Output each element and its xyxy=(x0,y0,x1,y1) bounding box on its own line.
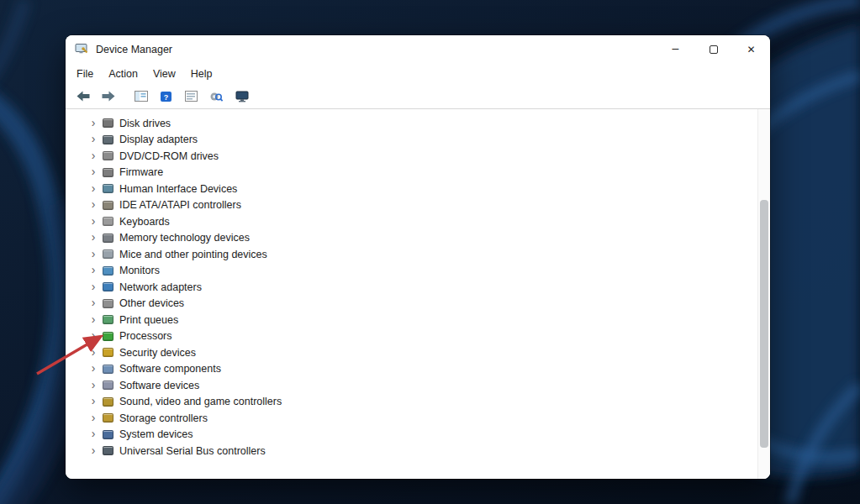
tree-item-label: Human Interface Devices xyxy=(119,183,237,195)
scan-hardware-icon xyxy=(209,91,224,102)
titlebar[interactable]: Device Manager – ✕ xyxy=(66,35,770,63)
chevron-right-icon[interactable]: › xyxy=(87,412,99,423)
properties-button[interactable] xyxy=(181,87,202,107)
chevron-right-icon[interactable]: › xyxy=(87,117,99,129)
chevron-right-icon[interactable]: › xyxy=(87,182,99,194)
chevron-right-icon[interactable]: › xyxy=(87,346,99,358)
tree-item-label: Other devices xyxy=(119,297,184,309)
minimize-icon: – xyxy=(673,41,679,55)
tree-item[interactable]: › Security devices xyxy=(66,344,770,361)
tree-item[interactable]: › IDE ATA/ATAPI controllers xyxy=(66,197,770,214)
tree-item-label: Software devices xyxy=(119,380,199,391)
chevron-right-icon[interactable]: › xyxy=(87,198,99,210)
tree-item-label: Software components xyxy=(119,363,221,375)
console-tree-icon xyxy=(135,91,148,102)
tree-item[interactable]: › Universal Serial Bus controllers xyxy=(66,443,770,459)
chevron-right-icon[interactable]: › xyxy=(87,428,99,439)
back-arrow-icon xyxy=(77,91,90,102)
tree-item[interactable]: › System devices xyxy=(66,427,770,444)
processor-icon xyxy=(103,332,113,341)
chevron-right-icon[interactable]: › xyxy=(87,329,99,341)
memory-icon xyxy=(103,234,113,243)
tree-item[interactable]: › Sound, video and game controllers xyxy=(66,394,770,411)
tree-item-label: Keyboards xyxy=(119,216,170,228)
chevron-right-icon[interactable]: › xyxy=(87,297,99,308)
help-button[interactable]: ? xyxy=(156,87,177,107)
chevron-right-icon[interactable]: › xyxy=(87,231,99,243)
back-button[interactable] xyxy=(72,87,93,107)
tree-item[interactable]: › Software components xyxy=(66,361,770,378)
show-console-tree-button[interactable] xyxy=(130,87,151,107)
tree-item[interactable]: › Firmware xyxy=(66,165,770,181)
forward-arrow-icon xyxy=(102,91,115,102)
chevron-right-icon[interactable]: › xyxy=(87,133,99,144)
tree-item[interactable]: › Mice and other pointing devices xyxy=(66,246,770,263)
tree-item-label: Security devices xyxy=(119,347,196,359)
chevron-right-icon[interactable]: › xyxy=(87,248,99,260)
tree-item[interactable]: › Print queues xyxy=(66,312,770,328)
tree-item-label: Disk drives xyxy=(119,118,171,129)
chevron-right-icon[interactable]: › xyxy=(87,362,99,374)
display-adapter-icon xyxy=(103,135,113,144)
maximize-button[interactable] xyxy=(694,35,732,63)
chevron-right-icon[interactable]: › xyxy=(87,281,99,292)
window-title: Device Manager xyxy=(96,44,172,55)
sound-controller-icon xyxy=(103,397,113,407)
tree-item-label: Network adapters xyxy=(119,281,202,293)
device-manager-icon xyxy=(75,43,89,56)
mouse-icon xyxy=(103,249,113,259)
scrollbar-thumb[interactable] xyxy=(760,200,768,448)
security-device-icon xyxy=(103,348,113,357)
svg-text:?: ? xyxy=(164,92,169,101)
tree-item[interactable]: › Keyboards xyxy=(66,213,770,230)
tree-item-label: Firmware xyxy=(119,166,163,178)
chevron-right-icon[interactable]: › xyxy=(87,395,99,407)
tree-item[interactable]: › DVD/CD-ROM drives xyxy=(66,148,770,165)
menu-file[interactable]: File xyxy=(69,66,101,82)
chevron-right-icon[interactable]: › xyxy=(87,150,99,161)
tree-item[interactable]: › Monitors xyxy=(66,263,770,280)
properties-icon xyxy=(185,91,198,102)
tree-item[interactable]: › Disk drives xyxy=(66,115,770,132)
chevron-right-icon[interactable]: › xyxy=(87,313,99,325)
disk-drive-icon xyxy=(103,118,113,128)
tree-item[interactable]: › Processors xyxy=(66,328,770,345)
tree-item-label: Mice and other pointing devices xyxy=(119,249,267,260)
computer-monitor-icon xyxy=(235,91,249,102)
other-devices-icon xyxy=(103,299,113,308)
menu-help[interactable]: Help xyxy=(183,66,220,82)
print-queue-icon xyxy=(103,315,113,324)
tree-item[interactable]: › Human Interface Devices xyxy=(66,181,770,197)
storage-controller-icon xyxy=(103,413,113,423)
chevron-right-icon[interactable]: › xyxy=(87,379,99,391)
close-icon: ✕ xyxy=(747,44,755,55)
device-manager-window: Device Manager – ✕ File Action View Help xyxy=(66,35,770,479)
menu-view[interactable]: View xyxy=(145,66,183,82)
ide-controller-icon xyxy=(103,201,113,210)
menubar: File Action View Help xyxy=(66,63,770,84)
dvd-drive-icon xyxy=(103,151,113,160)
tree-item-label: Processors xyxy=(119,330,172,342)
forward-button[interactable] xyxy=(98,87,119,107)
devices-view-button[interactable] xyxy=(231,87,252,107)
vertical-scrollbar[interactable] xyxy=(757,109,770,479)
scan-hardware-changes-button[interactable] xyxy=(206,87,227,107)
tree-item-label: DVD/CD-ROM drives xyxy=(119,150,219,162)
chevron-right-icon[interactable]: › xyxy=(87,444,99,456)
tree-item[interactable]: › Memory technology devices xyxy=(66,230,770,247)
chevron-right-icon[interactable]: › xyxy=(87,215,99,227)
menu-action[interactable]: Action xyxy=(101,66,145,82)
tree-item-label: Universal Serial Bus controllers xyxy=(119,445,266,457)
tree-item[interactable]: › Display adapters xyxy=(66,132,770,149)
tree-item[interactable]: › Other devices xyxy=(66,296,770,312)
maximize-icon xyxy=(710,45,718,54)
minimize-button[interactable]: – xyxy=(657,35,694,63)
tree-item[interactable]: › Storage controllers xyxy=(66,410,770,427)
close-button[interactable]: ✕ xyxy=(732,35,770,63)
tree-item[interactable]: › Network adapters xyxy=(66,279,770,296)
chevron-right-icon[interactable]: › xyxy=(87,264,99,276)
toolbar: ? xyxy=(66,84,770,109)
monitor-icon xyxy=(103,266,113,276)
tree-item[interactable]: › Software devices xyxy=(66,377,770,394)
chevron-right-icon[interactable]: › xyxy=(87,165,99,177)
